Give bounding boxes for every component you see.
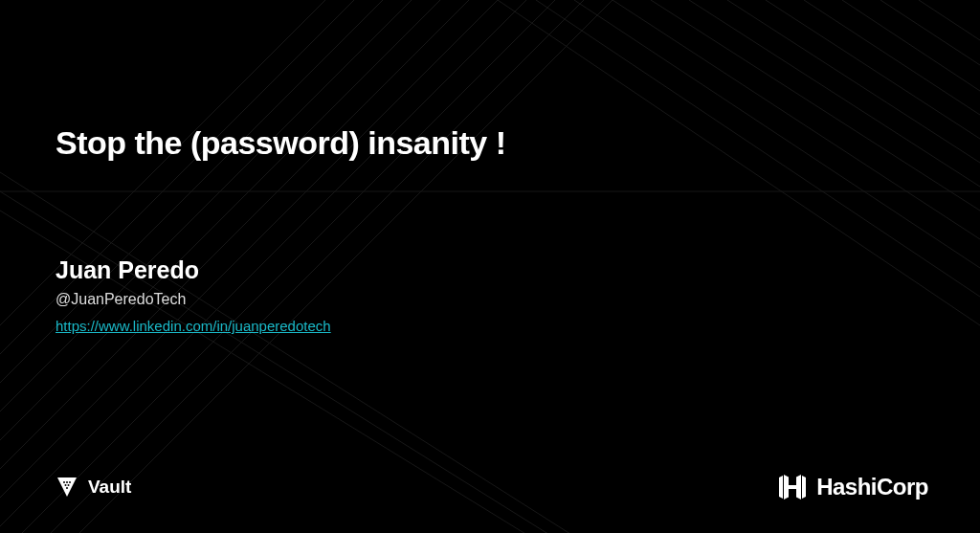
svg-line-1 — [612, 0, 980, 239]
svg-line-9 — [919, 0, 980, 40]
linkedin-link[interactable]: https://www.linkedin.com/in/juanperedote… — [56, 318, 331, 334]
slide-title: Stop the (password) insanity ! — [56, 124, 505, 162]
svg-line-0 — [574, 0, 980, 268]
svg-line-25 — [0, 0, 498, 402]
svg-line-7 — [842, 0, 980, 91]
svg-line-18 — [0, 0, 584, 488]
svg-line-17 — [0, 0, 555, 459]
svg-line-16 — [0, 0, 526, 431]
vault-icon — [56, 476, 78, 499]
vault-label: Vault — [88, 477, 131, 498]
svg-line-6 — [804, 0, 980, 115]
author-name: Juan Peredo — [56, 256, 199, 284]
svg-point-30 — [65, 484, 67, 486]
svg-point-32 — [66, 487, 68, 489]
svg-point-29 — [69, 481, 71, 483]
vault-logo: Vault — [56, 476, 131, 499]
svg-point-31 — [68, 484, 70, 486]
hashicorp-logo: HashiCorp — [778, 472, 928, 502]
svg-line-11 — [498, 0, 980, 325]
svg-line-10 — [536, 0, 980, 297]
svg-line-5 — [766, 0, 980, 139]
hashicorp-label: HashiCorp — [816, 474, 928, 500]
svg-point-28 — [66, 481, 68, 483]
svg-line-3 — [689, 0, 980, 187]
svg-line-4 — [727, 0, 980, 163]
author-handle: @JuanPeredoTech — [56, 291, 186, 308]
svg-line-8 — [880, 0, 980, 65]
svg-line-2 — [651, 0, 980, 211]
svg-point-27 — [63, 481, 65, 483]
hashicorp-icon — [778, 472, 807, 502]
